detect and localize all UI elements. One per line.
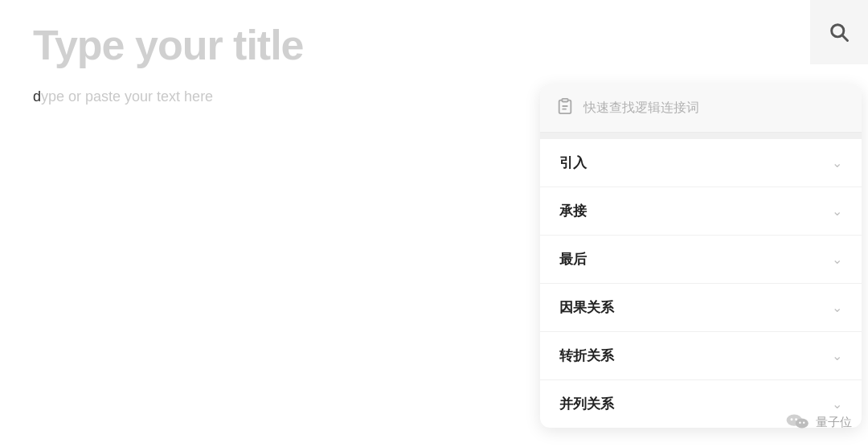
chevron-down-icon-continue: ⌄ — [832, 203, 842, 219]
panel-item-label-parallel: 并列关系 — [559, 395, 614, 413]
panel-item-causality[interactable]: 因果关系 ⌄ — [540, 284, 862, 332]
wechat-logo — [785, 412, 811, 433]
panel-item-label-continue: 承接 — [559, 202, 587, 220]
panel-item-label-transition: 转折关系 — [559, 347, 614, 365]
chevron-down-icon-finally: ⌄ — [832, 252, 842, 267]
panel-items-list: 引入 ⌄ 承接 ⌄ 最后 ⌄ 因果关系 ⌄ 转折关系 ⌄ 并列关系 ⌄ — [540, 139, 862, 428]
panel-divider — [540, 133, 862, 139]
connector-panel: 快速查找逻辑连接词 引入 ⌄ 承接 ⌄ 最后 ⌄ 因果关系 ⌄ 转折关系 — [540, 84, 862, 428]
body-input-area[interactable]: d ype or paste your text here — [33, 88, 213, 105]
panel-item-transition[interactable]: 转折关系 ⌄ — [540, 332, 862, 380]
panel-search-bar[interactable]: 快速查找逻辑连接词 — [540, 84, 862, 133]
svg-point-9 — [799, 422, 800, 424]
panel-item-label-finally: 最后 — [559, 250, 587, 269]
svg-point-8 — [795, 418, 797, 420]
svg-rect-2 — [562, 99, 567, 102]
chevron-down-icon-introduce: ⌄ — [832, 155, 842, 170]
panel-search-placeholder: 快速查找逻辑连接词 — [583, 100, 699, 117]
search-icon — [828, 21, 850, 43]
watermark-text: 量子位 — [816, 415, 852, 430]
panel-item-introduce[interactable]: 引入 ⌄ — [540, 139, 862, 187]
panel-item-label-causality: 因果关系 — [559, 298, 614, 317]
search-button[interactable] — [810, 0, 868, 64]
svg-point-7 — [791, 418, 793, 420]
panel-item-continue[interactable]: 承接 ⌄ — [540, 187, 862, 236]
watermark: 量子位 — [785, 412, 852, 433]
svg-point-10 — [803, 422, 805, 424]
svg-line-1 — [842, 35, 847, 40]
chevron-down-icon-causality: ⌄ — [832, 300, 842, 315]
cursor-char: d — [33, 88, 41, 105]
chevron-down-icon-transition: ⌄ — [832, 348, 842, 363]
clipboard-icon — [556, 97, 574, 119]
panel-item-finally[interactable]: 最后 ⌄ — [540, 236, 862, 284]
svg-point-6 — [796, 419, 809, 429]
panel-item-label-introduce: 引入 — [559, 154, 587, 172]
chevron-down-icon-parallel: ⌄ — [832, 396, 842, 412]
title-placeholder[interactable]: Type your title — [33, 21, 304, 69]
editor-area: Type your title d ype or paste your text… — [0, 0, 868, 447]
body-placeholder: ype or paste your text here — [41, 88, 213, 105]
